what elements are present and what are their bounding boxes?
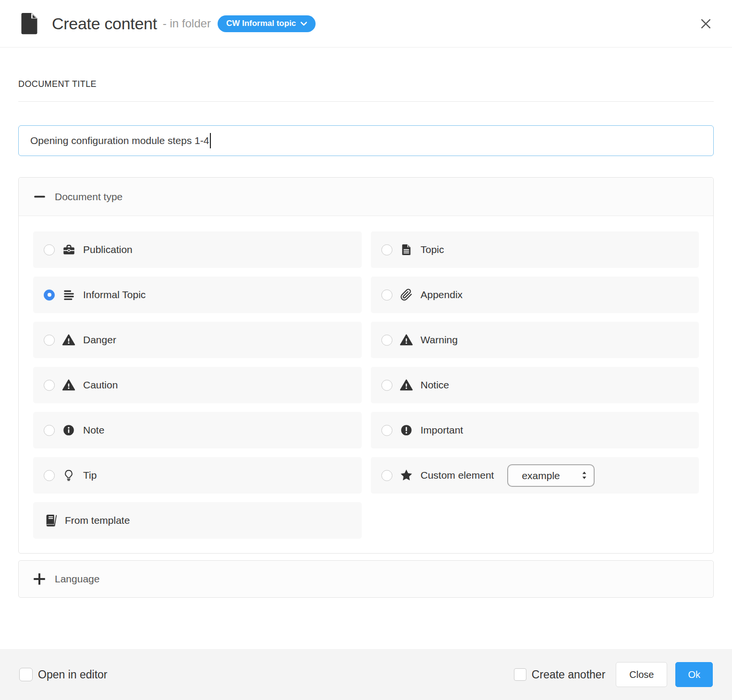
- doc-type-option-warning[interactable]: Warning: [371, 322, 699, 358]
- doc-type-label: Informal Topic: [83, 289, 146, 301]
- doc-type-label: Warning: [421, 334, 458, 346]
- language-section: Language: [18, 560, 714, 598]
- dialog-subtitle: - in folder: [163, 17, 211, 30]
- radio-button[interactable]: [44, 425, 55, 436]
- radio-button[interactable]: [44, 244, 55, 255]
- document-type-section-label: Document type: [55, 191, 122, 203]
- dialog-body: DOCUMENT TITLE Opening configuration mod…: [0, 48, 732, 649]
- open-in-editor-label: Open in editor: [38, 668, 107, 681]
- doc-type-option-appendix[interactable]: Appendix: [371, 277, 699, 313]
- doc-type-label: Note: [83, 424, 104, 436]
- doc-type-label: Caution: [83, 379, 118, 391]
- dialog-footer: Open in editor Create another Close Ok: [0, 649, 732, 700]
- document-title-input[interactable]: Opening configuration module steps 1-4: [18, 125, 714, 156]
- document-title-value: Opening configuration module steps 1-4: [30, 135, 209, 146]
- document-type-section: Document type Publication: [18, 177, 714, 554]
- doc-type-option-informal-topic[interactable]: Informal Topic: [33, 277, 362, 313]
- dialog-title: Create content: [52, 14, 157, 33]
- info-circle-icon: [62, 423, 75, 437]
- text-caret: [210, 133, 211, 148]
- doc-type-option-important[interactable]: Important: [371, 412, 699, 448]
- collapse-minus-icon: [32, 190, 47, 203]
- file-text-icon: [400, 243, 413, 256]
- divider: [18, 101, 714, 102]
- doc-type-option-topic[interactable]: Topic: [371, 231, 699, 268]
- expand-plus-icon: [32, 572, 47, 586]
- doc-type-option-tip[interactable]: Tip: [33, 457, 362, 494]
- document-icon: [18, 11, 40, 36]
- doc-type-option-note[interactable]: Note: [33, 412, 362, 448]
- radio-button[interactable]: [381, 425, 392, 436]
- create-another-checkbox[interactable]: [514, 668, 526, 681]
- doc-type-label: Publication: [83, 244, 133, 255]
- radio-button[interactable]: [44, 380, 55, 391]
- radio-button[interactable]: [381, 244, 392, 255]
- doc-type-option-from-template[interactable]: From template: [33, 502, 362, 539]
- warning-triangle-icon: [62, 333, 75, 347]
- radio-button[interactable]: [44, 470, 55, 481]
- doc-type-option-publication[interactable]: Publication: [33, 231, 362, 268]
- radio-button[interactable]: [381, 335, 392, 346]
- doc-type-label: Important: [421, 424, 464, 436]
- language-section-label: Language: [55, 573, 99, 585]
- footer-actions: Create another Close Ok: [514, 662, 713, 687]
- create-another-label: Create another: [532, 668, 605, 681]
- star-icon: [400, 469, 413, 482]
- dialog-header: Create content - in folder CW Informal t…: [0, 0, 732, 48]
- doc-type-option-danger[interactable]: Danger: [33, 322, 362, 358]
- folder-badge-label: CW Informal topic: [226, 19, 296, 28]
- close-button[interactable]: [698, 16, 713, 31]
- chevron-down-icon: [301, 22, 307, 26]
- doc-type-label: Danger: [83, 334, 116, 346]
- create-content-dialog: Create content - in folder CW Informal t…: [0, 0, 732, 700]
- lightbulb-icon: [62, 469, 75, 482]
- doc-type-label: Custom element: [421, 470, 494, 481]
- custom-element-select[interactable]: example: [507, 464, 595, 487]
- align-left-icon: [62, 288, 75, 302]
- radio-button[interactable]: [44, 335, 55, 346]
- radio-button[interactable]: [381, 290, 392, 301]
- language-section-header[interactable]: Language: [19, 561, 713, 597]
- doc-type-label: Notice: [421, 379, 450, 391]
- open-in-editor-checkbox[interactable]: [19, 668, 33, 681]
- close-dialog-button[interactable]: Close: [616, 662, 667, 687]
- doc-type-label: From template: [65, 515, 130, 526]
- radio-button[interactable]: [381, 470, 392, 481]
- warning-triangle-icon: [400, 378, 413, 392]
- document-type-section-header[interactable]: Document type: [19, 178, 713, 216]
- open-in-editor-option[interactable]: Open in editor: [19, 668, 107, 681]
- create-another-option[interactable]: Create another: [514, 668, 605, 681]
- doc-type-label: Appendix: [421, 289, 463, 301]
- ok-button[interactable]: Ok: [675, 662, 713, 687]
- radio-button[interactable]: [381, 380, 392, 391]
- paperclip-icon: [400, 288, 413, 302]
- doc-type-option-notice[interactable]: Notice: [371, 367, 699, 403]
- briefcase-icon: [62, 243, 75, 256]
- exclamation-circle-icon: [400, 423, 413, 437]
- doc-type-label: Tip: [83, 470, 97, 481]
- doc-type-option-custom-element[interactable]: Custom element example: [371, 457, 699, 494]
- folder-badge-button[interactable]: CW Informal topic: [218, 15, 316, 32]
- custom-element-select-wrap: example: [507, 464, 595, 487]
- document-type-options: Publication Topic Info: [19, 216, 713, 553]
- warning-triangle-icon: [62, 378, 75, 392]
- book-icon: [44, 514, 57, 527]
- doc-type-label: Topic: [421, 244, 444, 255]
- close-icon: [700, 18, 711, 29]
- doc-type-option-caution[interactable]: Caution: [33, 367, 362, 403]
- warning-triangle-icon: [400, 333, 413, 347]
- radio-button-selected[interactable]: [44, 290, 55, 301]
- document-title-label: DOCUMENT TITLE: [18, 79, 714, 89]
